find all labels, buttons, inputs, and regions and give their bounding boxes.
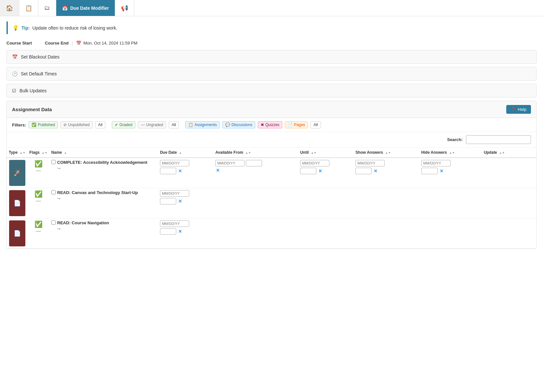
col-type[interactable]: Type ▲▼ — [7, 148, 27, 158]
sort-show-arrows: ▲▼ — [385, 151, 391, 154]
row1-until-time-input[interactable] — [300, 168, 316, 174]
row1-name-cell: COMPLETE: Accessibility Acknowledgement … — [49, 158, 158, 188]
table-body: 🚀 ✅ — COMPLETE: Accessibility Acknowledg… — [7, 158, 536, 249]
row1-due-date-input[interactable] — [160, 160, 189, 166]
row1-hide-date-input[interactable] — [421, 160, 451, 166]
filter-quizzes[interactable]: ✖ Quizzes — [258, 121, 282, 128]
nav-pages[interactable]: 📋 — [19, 0, 38, 16]
row3-due-date-input[interactable] — [160, 220, 189, 227]
row2-due-clear-btn[interactable]: ✕ — [178, 199, 183, 204]
row3-hide-cell — [419, 218, 482, 249]
bulk-updates-header[interactable]: ☑ Bulk Updates — [7, 84, 536, 97]
row1-flag-dash: — — [29, 168, 47, 174]
row1-flag-check: ✅ — [29, 160, 47, 168]
row2-redirect-icon: ↪ — [57, 196, 138, 201]
sort-avail-arrows: ▲▼ — [245, 151, 251, 154]
row1-hide-time-input[interactable] — [421, 168, 438, 174]
sort-type-arrows: ▲▼ — [20, 151, 25, 154]
bulk-updates-icon: ☑ — [12, 88, 16, 93]
table-header-row: Type ▲▼ Flags ▲▼ Name ▲ Due Date — [7, 148, 536, 158]
bulk-updates-panel: ☑ Bulk Updates — [7, 84, 536, 98]
row3-name: READ: Course Navigation — [57, 220, 109, 225]
search-input[interactable] — [466, 135, 531, 144]
row2-type-icon: 📄 — [9, 190, 25, 216]
nav-due-date-icon: 📅 — [62, 6, 68, 11]
filter-all-1[interactable]: All — [95, 121, 105, 128]
row1-show-clear-btn[interactable]: ✕ — [373, 168, 378, 174]
row2-update-cell — [482, 188, 536, 218]
col-until[interactable]: Until ▲▼ — [298, 148, 353, 158]
col-due-date[interactable]: Due Date ▲ — [158, 148, 213, 158]
row1-avail-date-input[interactable] — [215, 160, 245, 166]
course-end-separator: | — [72, 41, 73, 46]
filter-unpublished[interactable]: ⊘ Unpublished — [60, 121, 93, 128]
row2-due-date-input[interactable] — [160, 190, 189, 197]
row1-hide-clear-btn[interactable]: ✕ — [439, 168, 444, 174]
sort-name-arrows: ▲ — [64, 151, 67, 154]
filter-all-3[interactable]: All — [311, 121, 321, 128]
course-start: Course Start — [7, 41, 32, 46]
help-icon: ❓ — [511, 107, 516, 112]
row3-avail-cell — [213, 218, 298, 249]
filter-all-2[interactable]: All — [169, 121, 179, 128]
row2-checkbox[interactable] — [51, 190, 56, 194]
row1-hide-answers-cell: ✕ — [419, 158, 482, 188]
row1-avail-from-cell: ✕ — [213, 158, 298, 188]
sort-flags-arrows: ▲▼ — [42, 151, 47, 154]
row1-show-answers-cell: ✕ — [353, 158, 419, 188]
course-end-icon: 📅 — [76, 41, 81, 46]
nav-sitemap[interactable]: 🗂 — [38, 0, 56, 16]
row3-name-cell: READ: Course Navigation ↪ — [49, 218, 158, 249]
col-show-answers[interactable]: Show Answers ▲▼ — [353, 148, 419, 158]
row1-until-date-input[interactable] — [300, 160, 329, 166]
row1-avail-time-input[interactable] — [246, 160, 262, 166]
row2-due-time-input[interactable] — [160, 198, 176, 204]
default-times-header[interactable]: 🕐 Set Default Times — [7, 67, 536, 80]
filter-assignments[interactable]: 📋 Assignments — [185, 121, 220, 128]
row1-show-time-input[interactable] — [355, 168, 372, 174]
table-head: Type ▲▼ Flags ▲▼ Name ▲ Due Date — [7, 148, 536, 158]
row3-due-clear-btn[interactable]: ✕ — [178, 229, 183, 234]
nav-due-date[interactable]: 📅 Due Date Modifier — [56, 0, 115, 16]
search-row: Search: — [7, 132, 536, 148]
col-available-from[interactable]: Available From ▲▼ — [213, 148, 298, 158]
row1-show-date-input[interactable] — [355, 160, 385, 166]
filter-published[interactable]: ✅ Published — [29, 121, 58, 128]
filter-graded[interactable]: ✔ Graded — [112, 121, 135, 128]
tip-label: Tip: — [21, 25, 30, 31]
help-button[interactable]: ❓ Help — [506, 105, 531, 114]
row3-show-cell — [353, 218, 419, 249]
table-row: 📄 ✅ — READ: Course Navigation ↪ — [7, 218, 536, 249]
row3-due-time-input[interactable] — [160, 228, 176, 235]
row1-redirect-icon: ↪ — [57, 166, 147, 171]
row2-show-cell — [353, 188, 419, 218]
top-navigation: 🏠 📋 🗂 📅 Due Date Modifier 📢 — [0, 0, 543, 16]
col-name[interactable]: Name ▲ — [49, 148, 158, 158]
col-update[interactable]: Update ▲▼ — [482, 148, 536, 158]
row3-type-icon: 📄 — [9, 220, 25, 246]
row1-until-clear-btn[interactable]: ✕ — [318, 168, 323, 174]
row1-checkbox[interactable] — [51, 160, 56, 164]
nav-announce[interactable]: 📢 — [115, 0, 134, 16]
row1-name: COMPLETE: Accessibility Acknowledgement — [57, 160, 147, 165]
nav-home[interactable]: 🏠 — [0, 0, 19, 16]
blackout-dates-header[interactable]: 📅 Set Blackout Dates — [7, 50, 536, 63]
row3-update-cell — [482, 218, 536, 249]
row2-name: READ: Canvas and Technology Start-Up — [57, 190, 138, 195]
row2-until-cell — [298, 188, 353, 218]
blackout-icon: 📅 — [12, 54, 18, 59]
row3-flag-check: ✅ — [29, 220, 47, 228]
col-flags[interactable]: Flags ▲▼ — [27, 148, 49, 158]
col-hide-answers[interactable]: Hide Answers ▲▼ — [419, 148, 482, 158]
filter-pages[interactable]: 📄 Pages — [285, 121, 308, 128]
row3-checkbox[interactable] — [51, 220, 56, 225]
row2-hide-cell — [419, 188, 482, 218]
row1-due-time-input[interactable] — [160, 168, 176, 174]
blackout-dates-panel: 📅 Set Blackout Dates — [7, 50, 536, 64]
row1-avail-clear-btn[interactable]: ✕ — [215, 168, 220, 173]
row1-due-clear-btn[interactable]: ✕ — [178, 168, 183, 174]
discussions-icon: 💬 — [225, 123, 230, 127]
filters-row: Filters: ✅ Published ⊘ Unpublished All ✔… — [7, 118, 536, 132]
filter-ungraded[interactable]: — Ungraded — [138, 121, 166, 128]
filter-discussions[interactable]: 💬 Discussions — [222, 121, 255, 128]
